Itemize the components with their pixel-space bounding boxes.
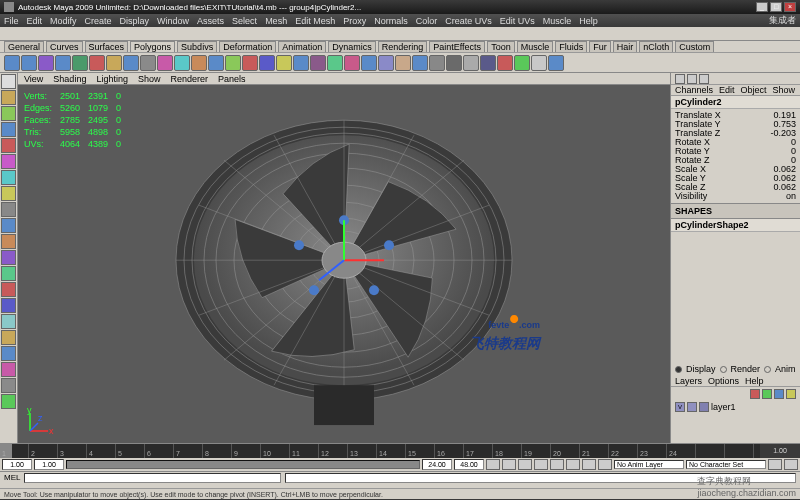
tool-icon-1[interactable] [1, 90, 16, 105]
play-button[interactable] [550, 459, 564, 470]
tool-icon-5[interactable] [1, 154, 16, 169]
shelf-tab-dynamics[interactable]: Dynamics [328, 41, 376, 52]
shelf-icon-21[interactable] [361, 55, 377, 71]
shelf-icon-22[interactable] [378, 55, 394, 71]
layer-color[interactable] [699, 402, 709, 412]
cmd-mode-label[interactable]: MEL [4, 473, 20, 482]
cmd-input[interactable] [24, 473, 281, 483]
shelf-icon-15[interactable] [259, 55, 275, 71]
cb-icon-2[interactable] [687, 74, 697, 84]
panel-menu-panels[interactable]: Panels [218, 74, 246, 84]
menu-modify[interactable]: Modify [50, 16, 77, 26]
tool-icon-19[interactable] [1, 378, 16, 393]
shelf-icon-11[interactable] [191, 55, 207, 71]
shelf-icon-32[interactable] [548, 55, 564, 71]
display-radio-render[interactable] [720, 366, 727, 373]
menu-create[interactable]: Create [85, 16, 112, 26]
tool-icon-18[interactable] [1, 362, 16, 377]
forward-button[interactable] [598, 459, 612, 470]
display-radio-display[interactable] [675, 366, 682, 373]
panel-menu-view[interactable]: View [24, 74, 43, 84]
time-slider[interactable]: 123456789101112131415161718192021222324 … [0, 444, 800, 458]
playback-end-input[interactable] [422, 459, 452, 470]
range-start-input[interactable] [2, 459, 32, 470]
panel-menu-renderer[interactable]: Renderer [170, 74, 208, 84]
channel-tab-show[interactable]: Show [773, 85, 796, 95]
tool-icon-9[interactable] [1, 218, 16, 233]
tool-icon-17[interactable] [1, 346, 16, 361]
shelf-tab-deformation[interactable]: Deformation [219, 41, 276, 52]
shelf-icon-3[interactable] [55, 55, 71, 71]
shelf-icon-19[interactable] [327, 55, 343, 71]
panel-menu-show[interactable]: Show [138, 74, 161, 84]
layer-tab-options[interactable]: Options [708, 376, 739, 386]
next-key-button[interactable] [566, 459, 580, 470]
tool-icon-8[interactable] [1, 202, 16, 217]
shelf-icon-25[interactable] [429, 55, 445, 71]
tool-icon-12[interactable] [1, 266, 16, 281]
cb-icon-1[interactable] [675, 74, 685, 84]
shelf-tab-painteffects[interactable]: PaintEffects [429, 41, 485, 52]
shelf-icon-13[interactable] [225, 55, 241, 71]
layer-icon-2[interactable] [762, 389, 772, 399]
layer-icon-3[interactable] [774, 389, 784, 399]
menu-edit-uvs[interactable]: Edit UVs [500, 16, 535, 26]
shelf-tab-subdivs[interactable]: Subdivs [177, 41, 217, 52]
channel-tab-edit[interactable]: Edit [719, 85, 735, 95]
menu-window[interactable]: Window [157, 16, 189, 26]
play-back-button[interactable] [534, 459, 548, 470]
shelf-icon-0[interactable] [4, 55, 20, 71]
menu-edit-mesh[interactable]: Edit Mesh [295, 16, 335, 26]
shelf-icon-4[interactable] [72, 55, 88, 71]
tool-icon-7[interactable] [1, 186, 16, 201]
panel-menu-shading[interactable]: Shading [53, 74, 86, 84]
shelf-icon-27[interactable] [463, 55, 479, 71]
shelf-tab-fur[interactable]: Fur [589, 41, 611, 52]
cb-icon-3[interactable] [699, 74, 709, 84]
autokey-button[interactable] [768, 459, 782, 470]
menu-normals[interactable]: Normals [374, 16, 408, 26]
prev-key-button[interactable] [518, 459, 532, 470]
attr-visibility[interactable]: Visibilityon [675, 192, 796, 201]
tool-icon-15[interactable] [1, 314, 16, 329]
tool-icon-13[interactable] [1, 282, 16, 297]
viewport[interactable]: Verts:250123910Edges:526010790Faces:2785… [18, 85, 670, 443]
step-fwd-button[interactable] [582, 459, 596, 470]
shelf-icon-28[interactable] [480, 55, 496, 71]
menu-create-uvs[interactable]: Create UVs [445, 16, 492, 26]
menu-help[interactable]: Help [579, 16, 598, 26]
shape-name[interactable]: pCylinderShape2 [671, 219, 800, 232]
anim-layer-select[interactable]: No Anim Layer [614, 460, 684, 469]
tool-icon-0[interactable] [1, 74, 16, 89]
panel-menu-lighting[interactable]: Lighting [96, 74, 128, 84]
shelf-icon-17[interactable] [293, 55, 309, 71]
maximize-button[interactable]: □ [770, 2, 782, 12]
shelf-icon-6[interactable] [106, 55, 122, 71]
shelf-icon-7[interactable] [123, 55, 139, 71]
layer-tab-help[interactable]: Help [745, 376, 764, 386]
shelf-tab-custom[interactable]: Custom [675, 41, 714, 52]
shelf-icon-30[interactable] [514, 55, 530, 71]
tool-icon-4[interactable] [1, 138, 16, 153]
shelf-tab-animation[interactable]: Animation [278, 41, 326, 52]
menu-color[interactable]: Color [416, 16, 438, 26]
shelf-icon-12[interactable] [208, 55, 224, 71]
rewind-button[interactable] [486, 459, 500, 470]
char-set-select[interactable]: No Character Set [686, 460, 766, 469]
tool-icon-16[interactable] [1, 330, 16, 345]
shelf-tab-polygons[interactable]: Polygons [130, 41, 175, 52]
layer-vis-toggle[interactable]: V [675, 402, 685, 412]
shelf-tab-toon[interactable]: Toon [487, 41, 515, 52]
tool-icon-11[interactable] [1, 250, 16, 265]
tool-icon-6[interactable] [1, 170, 16, 185]
shelf-tab-muscle[interactable]: Muscle [517, 41, 554, 52]
shelf-icon-23[interactable] [395, 55, 411, 71]
layer-row[interactable]: V layer1 [671, 401, 800, 413]
tool-icon-2[interactable] [1, 106, 16, 121]
menu-assets[interactable]: Assets [197, 16, 224, 26]
shelf-icon-10[interactable] [174, 55, 190, 71]
tool-icon-20[interactable] [1, 394, 16, 409]
shelf-icon-20[interactable] [344, 55, 360, 71]
menu-select[interactable]: Select [232, 16, 257, 26]
shelf-icon-9[interactable] [157, 55, 173, 71]
